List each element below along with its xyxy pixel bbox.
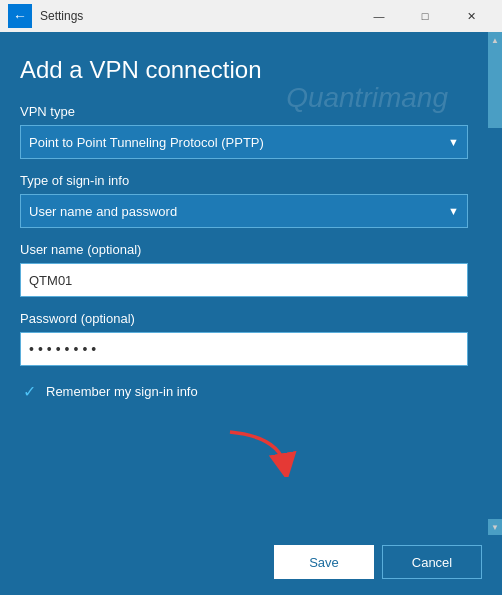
remember-label: Remember my sign-in info (46, 384, 198, 399)
footer: Save Cancel (0, 535, 502, 595)
checkbox-checked-icon: ✓ (20, 382, 38, 400)
signin-type-label: Type of sign-in info (20, 173, 468, 188)
password-input[interactable] (20, 332, 468, 366)
signin-type-value: User name and password (29, 204, 448, 219)
vpn-type-chevron-icon: ▼ (448, 136, 459, 148)
scroll-up-button[interactable]: ▲ (488, 32, 502, 48)
content-area: Add a VPN connection Quantrimang VPN typ… (0, 32, 488, 535)
signin-type-chevron-icon: ▼ (448, 205, 459, 217)
remember-row[interactable]: ✓ Remember my sign-in info (20, 382, 468, 400)
password-label: Password (optional) (20, 311, 468, 326)
username-input[interactable] (20, 263, 468, 297)
minimize-button[interactable]: — (356, 0, 402, 32)
window-controls: — □ ✕ (356, 0, 494, 32)
vpn-type-label: VPN type (20, 104, 468, 119)
arrow-annotation (220, 427, 300, 477)
scrollbar[interactable]: ▲ ▼ (488, 32, 502, 535)
scroll-thumb[interactable] (488, 48, 502, 128)
username-label: User name (optional) (20, 242, 468, 257)
main-content: Add a VPN connection Quantrimang VPN typ… (0, 32, 502, 535)
cancel-button[interactable]: Cancel (382, 545, 482, 579)
scroll-track (488, 48, 502, 519)
vpn-type-select[interactable]: Point to Point Tunneling Protocol (PPTP)… (20, 125, 468, 159)
back-icon: ← (13, 8, 27, 24)
back-button[interactable]: ← (8, 4, 32, 28)
close-button[interactable]: ✕ (448, 0, 494, 32)
page-title: Add a VPN connection (20, 56, 468, 84)
signin-type-select[interactable]: User name and password ▼ (20, 194, 468, 228)
vpn-type-value: Point to Point Tunneling Protocol (PPTP) (29, 135, 448, 150)
maximize-button[interactable]: □ (402, 0, 448, 32)
save-button[interactable]: Save (274, 545, 374, 579)
title-bar-text: Settings (40, 9, 356, 23)
scroll-down-button[interactable]: ▼ (488, 519, 502, 535)
title-bar: ← Settings — □ ✕ (0, 0, 502, 32)
